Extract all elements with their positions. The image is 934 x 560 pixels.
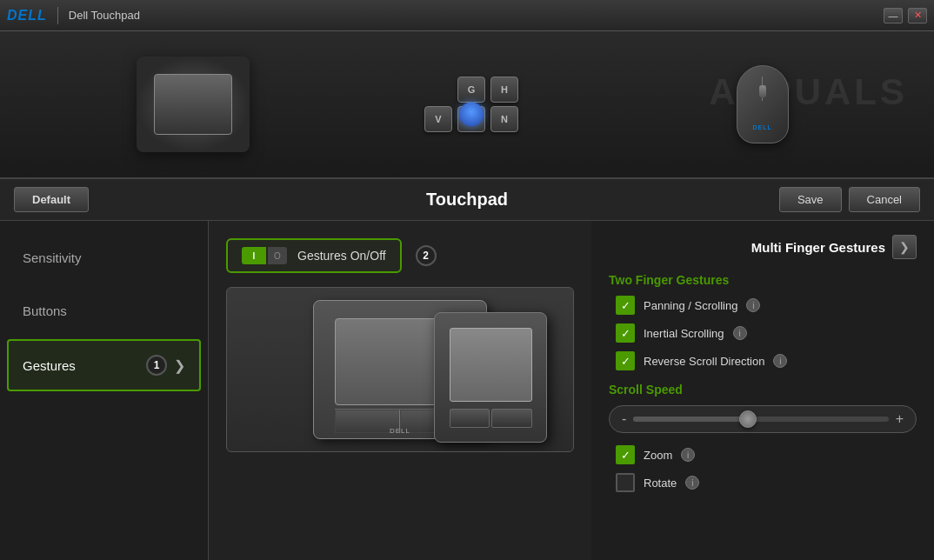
sidebar-sensitivity-label: Sensitivity [23, 250, 82, 265]
toggle-off: O [268, 247, 287, 264]
sidebar-item-sensitivity[interactable]: Sensitivity [0, 233, 208, 283]
mouse-scroll-wheel [759, 85, 766, 97]
inertial-info-icon[interactable]: i [733, 326, 747, 340]
toolbar-actions: Save Cancel [779, 187, 920, 212]
title-bar: DELL Dell Touchpad — ✕ [0, 0, 934, 31]
key-v: V [424, 106, 452, 132]
panning-gesture-item: ✓ Panning / Scrolling i [609, 296, 917, 315]
preview-left-button [450, 409, 490, 428]
panning-checkbox[interactable]: ✓ [616, 296, 635, 315]
title-bar-title: Dell Touchpad [69, 9, 884, 22]
rotate-feature-item: Rotate i [609, 473, 917, 492]
multi-finger-arrow-button[interactable]: ❯ [892, 235, 917, 259]
key-b: B [457, 106, 485, 132]
default-button[interactable]: Default [14, 187, 89, 212]
zoom-label: Zoom [644, 449, 672, 462]
right-panel: Multi Finger Gestures ❯ Two Finger Gestu… [591, 221, 934, 560]
slider-fill [633, 417, 748, 422]
rotate-checkbox[interactable] [616, 473, 635, 492]
sidebar-item-buttons[interactable]: Buttons [0, 286, 208, 336]
slider-minus-icon[interactable]: - [622, 411, 626, 427]
save-button[interactable]: Save [779, 187, 842, 212]
multi-finger-title: Multi Finger Gestures [751, 240, 885, 255]
reverse-gesture-item: ✓ Reverse Scroll Direction i [609, 351, 917, 370]
toggle-label: Gestures On/Off [297, 249, 386, 263]
key-h: H [490, 77, 518, 103]
scroll-speed-section: Scroll Speed - + [609, 383, 917, 433]
inertial-gesture-item: ✓ Inertial Scrolling i [609, 323, 917, 343]
two-finger-section-title: Two Finger Gestures [609, 273, 917, 287]
sidebar-item-gestures[interactable]: Gestures 1 ❯ [7, 339, 201, 391]
preview-right-button [491, 409, 532, 428]
touchpad-preview: DELL [226, 287, 574, 452]
center-panel: I O Gestures On/Off 2 DELL [209, 221, 591, 560]
reverse-info-icon[interactable]: i [773, 354, 787, 368]
inertial-label: Inertial Scrolling [644, 327, 724, 340]
close-button[interactable]: ✕ [908, 8, 927, 23]
mouse-brand-label: DELL [753, 124, 772, 130]
slider-thumb[interactable] [739, 410, 757, 428]
sidebar-gestures-label: Gestures [23, 358, 76, 373]
touchpad-surface-hero [154, 74, 232, 135]
scroll-speed-slider[interactable]: - + [609, 405, 917, 433]
minimize-button[interactable]: — [884, 8, 903, 23]
zoom-feature-item: ✓ Zoom i [609, 445, 917, 464]
panning-label: Panning / Scrolling [644, 299, 737, 312]
toolbar-title: Touchpad [426, 190, 508, 210]
hero-touchpad-icon [137, 57, 250, 152]
reverse-label: Reverse Scroll Direction [644, 355, 764, 368]
toggle-switch[interactable]: I O [242, 247, 287, 264]
rotate-label: Rotate [644, 477, 677, 490]
hero-keys-icon: G H V B N [419, 57, 558, 152]
key-g: G [457, 77, 485, 103]
slider-plus-icon[interactable]: + [896, 411, 904, 427]
main-content: Sensitivity Buttons Gestures 1 ❯ I O [0, 221, 934, 560]
zoom-info-icon[interactable]: i [681, 448, 695, 462]
sidebar-chevron-icon: ❯ [174, 357, 185, 374]
content-area: I O Gestures On/Off 2 DELL [209, 221, 934, 560]
hero-mouse-icon: DELL [728, 57, 797, 152]
preview-surface [450, 328, 532, 402]
mouse-body: DELL [737, 65, 789, 143]
touchpad-brand-label: DELL [390, 427, 410, 435]
sidebar: Sensitivity Buttons Gestures 1 ❯ [0, 221, 209, 560]
reverse-checkbox[interactable]: ✓ [616, 351, 635, 370]
touchpad-preview-small [434, 312, 547, 443]
key-n: N [490, 106, 518, 132]
trackpoint-center [459, 102, 484, 126]
preview-buttons [450, 409, 532, 428]
gestures-step-badge: 1 [146, 355, 167, 376]
sidebar-buttons-label: Buttons [23, 303, 67, 318]
panning-info-icon[interactable]: i [746, 298, 760, 312]
gestures-panel-step-badge: 2 [416, 245, 437, 266]
gestures-toggle[interactable]: I O Gestures On/Off [226, 238, 402, 273]
rotate-info-icon[interactable]: i [685, 476, 699, 490]
toggle-on: I [242, 247, 266, 264]
dell-logo: DELL [7, 8, 47, 23]
hero-banner: APPUALS 🕵️ G H V B N DELL [0, 31, 934, 179]
title-divider [57, 7, 58, 24]
scroll-speed-title: Scroll Speed [609, 383, 917, 397]
multi-finger-header: Multi Finger Gestures ❯ [609, 235, 917, 259]
zoom-checkbox[interactable]: ✓ [616, 445, 635, 464]
slider-track[interactable] [633, 417, 888, 422]
inertial-checkbox[interactable]: ✓ [616, 323, 635, 343]
window-controls: — ✕ [884, 8, 927, 23]
toolbar: Default Touchpad Save Cancel [0, 179, 934, 221]
cancel-button[interactable]: Cancel [849, 187, 920, 212]
